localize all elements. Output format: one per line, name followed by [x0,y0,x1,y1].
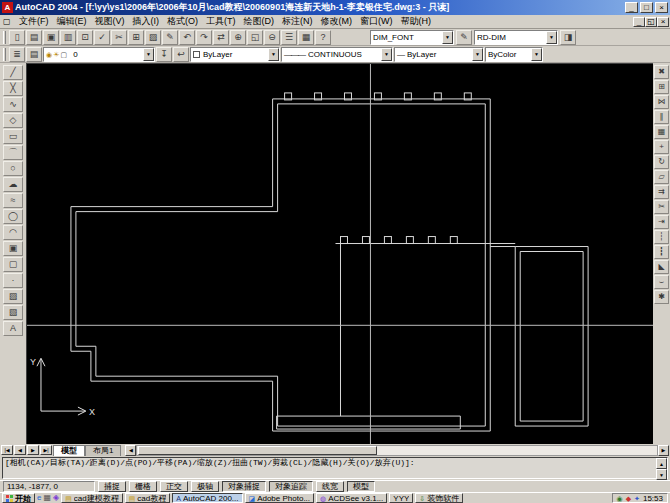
menu-item-3[interactable]: 插入(I) [129,15,164,28]
spelling-button[interactable]: ✓ [94,30,110,45]
start-button[interactable]: 开始 [2,493,35,503]
mirror-button[interactable]: ⋈ [654,95,669,109]
drawing-canvas[interactable]: YX [26,63,653,444]
menu-item-9[interactable]: 窗口(W) [356,15,397,28]
menu-item-5[interactable]: 工具(T) [202,15,240,28]
pan-realtime-button[interactable]: ⇄ [213,30,229,45]
menu-item-2[interactable]: 视图(V) [91,15,129,28]
line-button[interactable]: ╱ [3,65,23,80]
break-button[interactable]: ┇ [654,245,669,259]
menu-item-1[interactable]: 编辑(E) [53,15,91,28]
scale-button[interactable]: ▱ [654,170,669,184]
plot-button[interactable]: ▥ [60,30,76,45]
scrollbar-thumb[interactable] [138,446,377,455]
spline-button[interactable]: ≈ [3,193,23,208]
plot-preview-button[interactable]: ⊡ [77,30,93,45]
menu-item-8[interactable]: 修改(M) [317,15,357,28]
command-scrollbar[interactable]: ▲ ▼ [656,458,667,478]
show-desktop-icon[interactable]: ▦ [43,493,51,503]
erase-button[interactable]: ✖ [654,65,669,79]
maximize-button[interactable]: □ [640,2,653,13]
status-toggle-6[interactable]: 线宽 [316,481,344,492]
ie-icon[interactable]: e [37,493,41,503]
new-button[interactable]: ▯ [9,30,25,45]
status-toggle-4[interactable]: 对象捕捉 [222,481,266,492]
help-button[interactable]: ? [315,30,331,45]
chevron-down-icon[interactable]: ▼ [268,48,279,61]
scroll-down-icon[interactable]: ▼ [656,469,667,480]
chamfer-button[interactable]: ◣ [654,260,669,274]
zoom-realtime-button[interactable]: ⊕ [230,30,246,45]
tab-model[interactable]: 模型 [53,445,85,456]
trim-button[interactable]: ✂ [654,200,669,214]
save-button[interactable]: ▣ [43,30,59,45]
status-toggle-5[interactable]: 对象追踪 [269,481,313,492]
redo-button[interactable]: ↷ [196,30,212,45]
close-button[interactable]: × [655,2,668,13]
zoom-previous-button[interactable]: ⊖ [264,30,280,45]
menu-item-7[interactable]: 标注(N) [278,15,317,28]
match-properties-button[interactable]: ✎ [162,30,178,45]
insert-block-button[interactable]: ▣ [3,241,23,256]
dim-style-manager-button[interactable]: ◨ [560,30,576,45]
properties-button[interactable]: ☰ [281,30,297,45]
layer-combo[interactable]: ◉☀▢■ 0 ▼ [43,47,155,62]
polygon-button[interactable]: ◇ [3,113,23,128]
scroll-up-icon[interactable]: ▲ [656,458,667,469]
taskbar-task-2[interactable]: AAutoCAD 200... [172,493,242,503]
circle-button[interactable]: ○ [3,161,23,176]
dim-update-button[interactable]: ✎ [456,30,472,45]
designcenter-button[interactable]: ▦ [298,30,314,45]
scroll-right-icon[interactable]: ▶ [658,445,669,456]
status-toggle-1[interactable]: 栅格 [129,481,157,492]
minimize-button[interactable]: _ [625,2,638,13]
doc-restore-button[interactable]: ◱ [645,17,657,27]
media-player-icon[interactable]: ◈ [53,493,59,503]
plotstyle-combo[interactable]: ByColor ▼ [485,47,543,62]
dim-style-combo[interactable]: RD-DIM ▼ [474,30,558,45]
doc-minimize-button[interactable]: _ [633,17,645,27]
revision-cloud-button[interactable]: ☁ [3,177,23,192]
copy-clip-button[interactable]: ⊞ [128,30,144,45]
lineweight-combo[interactable]: — ByLayer ▼ [394,47,484,62]
text-style-combo[interactable]: DIM_FONT ▼ [370,30,454,45]
tab-first-button[interactable]: |◀ [1,445,13,455]
layer-previous-button[interactable]: ↩ [173,47,189,62]
undo-button[interactable]: ↶ [179,30,195,45]
tab-last-button[interactable]: ▶| [40,445,52,455]
taskbar-task-3[interactable]: ◪Adobe Photo... [245,493,315,503]
ellipse-arc-button[interactable]: ◠ [3,225,23,240]
ellipse-button[interactable]: ◯ [3,209,23,224]
chevron-down-icon[interactable]: ▼ [442,31,453,44]
menu-item-6[interactable]: 绘图(D) [240,15,279,28]
chevron-down-icon[interactable]: ▼ [531,48,542,61]
tab-next-button[interactable]: ▶ [27,445,39,455]
paste-button[interactable]: ▨ [145,30,161,45]
explode-button[interactable]: ✱ [654,290,669,304]
status-toggle-3[interactable]: 极轴 [191,481,219,492]
antivirus-icon[interactable]: ◆ [626,495,631,502]
taskbar-task-1[interactable]: ▤cad教程 [125,493,171,503]
chevron-down-icon[interactable]: ▼ [381,48,392,61]
taskbar-task-5[interactable]: YYY [389,493,413,503]
rotate-button[interactable]: ↻ [654,155,669,169]
region-button[interactable]: ▧ [3,305,23,320]
rectangle-button[interactable]: ▭ [3,129,23,144]
layer-states-button[interactable]: ▤ [26,47,42,62]
point-button[interactable]: · [3,273,23,288]
move-button[interactable]: + [654,140,669,154]
command-window[interactable]: [相机(CA)/目标(TA)/距离(D)/点(PO)/平移(PA)/缩放(Z)/… [0,456,670,480]
status-toggle-7[interactable]: 模型 [347,481,375,492]
make-block-button[interactable]: ▢ [3,257,23,272]
command-history[interactable]: [相机(CA)/目标(TA)/距离(D)/点(PO)/平移(PA)/缩放(Z)/… [2,457,668,479]
doc-close-button[interactable]: × [657,17,669,27]
status-toggle-0[interactable]: 捕捉 [98,481,126,492]
zoom-window-button[interactable]: ◱ [247,30,263,45]
copy-object-button[interactable]: ⊞ [654,80,669,94]
chevron-down-icon[interactable]: ▼ [546,31,557,44]
open-button[interactable]: ▤ [26,30,42,45]
taskbar-task-6[interactable]: ⇩装饰软件 [415,493,463,503]
layers-button[interactable]: ≣ [9,47,25,62]
chevron-down-icon[interactable]: ▼ [472,48,483,61]
extend-button[interactable]: ⇥ [654,215,669,229]
